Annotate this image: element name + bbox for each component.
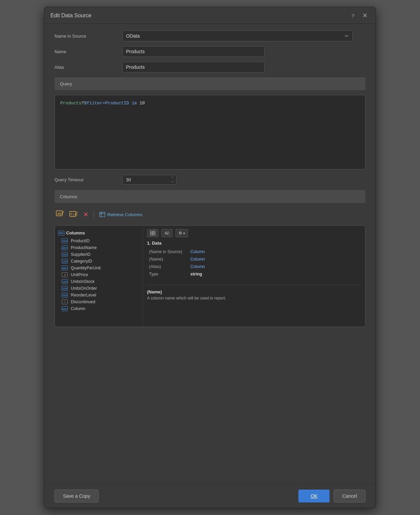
name-label: Name (55, 49, 122, 54)
cancel-button[interactable]: Cancel (334, 490, 365, 502)
save-copy-button[interactable]: Save a Copy (55, 490, 99, 502)
columns-toolbar: abc + f(x) + ✕ (55, 207, 365, 222)
columns-tree-items: 123ProductIDabcProductName123SupplierID1… (55, 238, 143, 312)
dialog-footer: Save a Copy OK Cancel (44, 484, 376, 508)
name-row: Name (55, 46, 365, 57)
tree-item-label: UnitsInStock (71, 279, 94, 284)
add-column-button[interactable]: abc + (55, 208, 66, 221)
close-button[interactable]: ✕ (360, 12, 370, 19)
columns-tree-header: abc Columns (55, 229, 143, 238)
retrieve-columns-label: Retrieve Columns (107, 212, 142, 217)
data-table-row: (Name)Column (148, 256, 360, 263)
retrieve-columns-icon (99, 212, 105, 217)
tree-item-quantityperunit[interactable]: abcQuantityPerUnit (55, 265, 143, 271)
alias-input[interactable] (122, 62, 265, 73)
tree-item-unitprice[interactable]: .0UnitPrice (55, 271, 143, 278)
settings-button[interactable]: ⚙ ▾ (175, 229, 188, 237)
svg-text:+: + (76, 211, 78, 214)
query-editor[interactable]: Products?$filter=ProductID le 10 (55, 95, 365, 169)
sort-button[interactable]: A Z ↓ (161, 229, 173, 237)
query-section-label: Query (60, 81, 72, 86)
edit-data-source-dialog: Edit Data Source ? ✕ Name in Source ✏ Na… (44, 7, 376, 508)
type-123-icon: 123 (62, 239, 68, 243)
help-button[interactable]: ? (350, 12, 356, 19)
type-123-icon: 123 (62, 279, 68, 284)
tree-item-reorderlevel[interactable]: 123ReorderLevel (55, 292, 143, 298)
columns-section-header: Columns (55, 190, 365, 203)
data-table-row: (Alias)Column (148, 263, 360, 270)
ok-button[interactable]: OK (298, 490, 330, 502)
svg-text:↓: ↓ (169, 231, 170, 235)
alias-label: Alias (55, 65, 122, 70)
add-expression-icon: f(x) + (69, 210, 78, 219)
name-input[interactable] (122, 46, 265, 57)
tree-item-unitsonorder[interactable]: 123UnitsOnOrder (55, 285, 143, 292)
name-in-source-field-wrapper: ✏ (122, 30, 353, 41)
type-check-icon: ✓ (62, 300, 68, 304)
query-timeout-select[interactable]: 30 60 120 (122, 175, 176, 185)
data-row-key: (Alias) (148, 263, 188, 270)
type-123-icon: 123 (62, 252, 68, 257)
data-properties-table: (Name in Source)Column(Name)Column(Alias… (147, 248, 361, 278)
type-decimal-icon: .0 (62, 272, 68, 277)
svg-rect-10 (153, 231, 155, 233)
data-row-key: (Name) (148, 256, 188, 263)
query-code: Products?$filter=ProductID le 10 (60, 101, 360, 106)
svg-rect-6 (100, 212, 105, 217)
delete-icon: ✕ (83, 210, 89, 219)
settings-chevron: ▾ (183, 231, 185, 235)
grid-view-button[interactable] (147, 229, 159, 237)
columns-section-label: Columns (60, 194, 77, 199)
tree-item-supplierid[interactable]: 123SupplierID (55, 251, 143, 258)
type-123-icon: 123 (62, 293, 68, 297)
tree-item-label: UnitPrice (71, 272, 88, 277)
query-timeout-select-wrapper: 30 60 120 (122, 175, 176, 185)
title-bar-actions: ? ✕ (350, 12, 370, 19)
name-help-text: A column name which will be used in repo… (147, 296, 361, 301)
data-row-value: string (189, 271, 360, 277)
tree-item-categoryid[interactable]: 123CategoryID (55, 258, 143, 265)
data-row-value: Column (189, 263, 360, 270)
data-table-row: (Name in Source)Column (148, 248, 360, 255)
tree-item-label: QuantityPerUnit (71, 266, 101, 270)
tree-item-discontinued[interactable]: ✓Discontinued (55, 298, 143, 305)
tree-item-label: Discontinued (71, 300, 95, 304)
add-expression-button[interactable]: f(x) + (68, 209, 80, 220)
tree-item-label: ProductID (71, 239, 90, 243)
data-row-value: Column (189, 256, 360, 263)
svg-rect-11 (150, 233, 152, 235)
alias-row: Alias (55, 62, 365, 73)
svg-text:+: + (62, 210, 64, 214)
query-section-header: Query (55, 77, 365, 90)
data-row-key: (Name in Source) (148, 248, 188, 255)
name-help-title: (Name) (147, 289, 361, 294)
type-abc-icon: abc (62, 306, 68, 311)
name-help-section: (Name) A column name which will be used … (147, 285, 361, 301)
tree-item-label: Column (71, 306, 85, 311)
data-panel: A Z ↓ ⚙ ▾ 1. Data (Name in Source)Column… (143, 226, 365, 327)
tree-item-unitsinstock[interactable]: 123UnitsInStock (55, 278, 143, 285)
delete-button[interactable]: ✕ (82, 209, 90, 220)
data-table-row: Typestring (148, 271, 360, 277)
tree-item-label: ProductName (71, 245, 97, 250)
columns-root-label: Columns (66, 230, 85, 235)
title-bar: Edit Data Source ? ✕ (44, 7, 376, 24)
tree-item-column[interactable]: abcColumn (55, 305, 143, 312)
name-in-source-label: Name in Source (55, 34, 122, 39)
columns-panel: abc Columns 123ProductIDabcProductName12… (55, 225, 365, 327)
footer-right: OK Cancel (298, 490, 365, 502)
dialog-body: Name in Source ✏ Name Alias Query Produc… (44, 24, 376, 484)
name-in-source-input[interactable] (123, 31, 341, 41)
data-row-value: Column (189, 248, 360, 255)
tree-item-label: SupplierID (71, 252, 90, 257)
tree-item-productid[interactable]: 123ProductID (55, 238, 143, 244)
tree-item-label: CategoryID (71, 259, 92, 264)
data-section-title: 1. Data (147, 241, 361, 246)
edit-icon: ✏ (341, 33, 352, 39)
data-row-key: Type (148, 271, 188, 277)
type-123-icon: 123 (62, 259, 68, 264)
svg-rect-12 (153, 233, 155, 235)
type-abc-icon: abc (62, 245, 68, 250)
retrieve-columns-button[interactable]: Retrieve Columns (97, 210, 144, 219)
tree-item-productname[interactable]: abcProductName (55, 244, 143, 251)
